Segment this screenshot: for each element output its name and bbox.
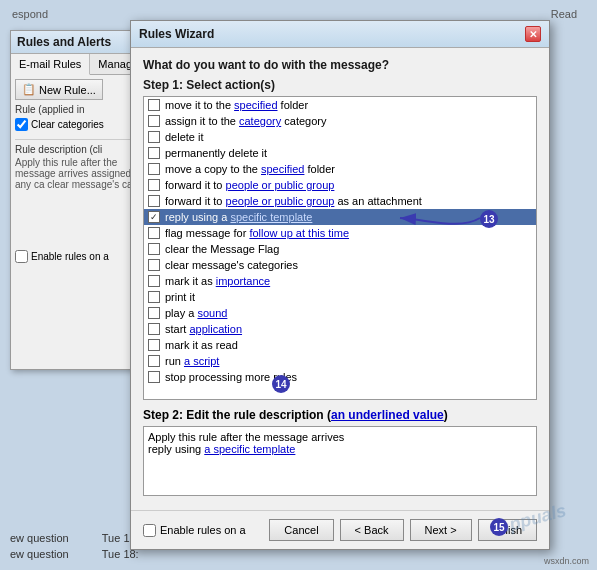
next-button[interactable]: Next > (410, 519, 472, 541)
action-item-13[interactable]: print it (144, 289, 536, 305)
action-checkbox-8[interactable]: ✓ (148, 211, 160, 223)
action-item-10[interactable]: clear the Message Flag (144, 241, 536, 257)
desc-template-link[interactable]: a specific template (204, 443, 295, 455)
annotation-13: 13 (480, 210, 498, 228)
respond-label: espond (12, 8, 48, 20)
step2-label: Step 2: Edit the rule description (an un… (143, 408, 537, 422)
wizard-footer: Enable rules on a Cancel < Back Next > F… (131, 510, 549, 549)
action-checkbox-15[interactable] (148, 323, 160, 335)
action-item-2[interactable]: assign it to the category category (144, 113, 536, 129)
action-item-12[interactable]: mark it as importance (144, 273, 536, 289)
action-item-4[interactable]: permanently delete it (144, 145, 536, 161)
action-item-9[interactable]: flag message for follow up at this time (144, 225, 536, 241)
action-checkbox-7[interactable] (148, 195, 160, 207)
action-checkbox-9[interactable] (148, 227, 160, 239)
footer-left: Enable rules on a (143, 524, 246, 537)
action-checkbox-10[interactable] (148, 243, 160, 255)
wizard-titlebar: Rules Wizard ✕ (131, 21, 549, 48)
action-checkbox-13[interactable] (148, 291, 160, 303)
actions-listbox[interactable]: move it to the specified folderassign it… (143, 96, 537, 400)
action-checkbox-6[interactable] (148, 179, 160, 191)
action-item-8[interactable]: ✓reply using a specific template (144, 209, 536, 225)
action-checkbox-16[interactable] (148, 339, 160, 351)
annotation-14: 14 (272, 375, 290, 393)
wsxdn-label: wsxdn.com (544, 556, 589, 566)
step2-section: Step 2: Edit the rule description (an un… (143, 408, 537, 500)
step2-desc-box: Apply this rule after the message arrive… (143, 426, 537, 496)
action-checkbox-1[interactable] (148, 99, 160, 111)
desc-line2: reply using a specific template (148, 443, 532, 455)
wizard-content: What do you want to do with the message?… (131, 48, 549, 510)
action-item-14[interactable]: play a sound (144, 305, 536, 321)
action-checkbox-3[interactable] (148, 131, 160, 143)
action-item-11[interactable]: clear message's categories (144, 257, 536, 273)
read-label: Read (551, 8, 577, 20)
bg-row2: ew question Tue 18: (10, 548, 139, 560)
action-item-5[interactable]: move a copy to the specified folder (144, 161, 536, 177)
step1-label: Step 1: Select action(s) (143, 78, 537, 92)
action-checkbox-5[interactable] (148, 163, 160, 175)
wizard-close-button[interactable]: ✕ (525, 26, 541, 42)
wizard-title: Rules Wizard (139, 27, 214, 41)
cancel-button[interactable]: Cancel (269, 519, 333, 541)
action-checkbox-12[interactable] (148, 275, 160, 287)
rules-wizard-dialog: Rules Wizard ✕ What do you want to do wi… (130, 20, 550, 550)
desc-line1: Apply this rule after the message arrive… (148, 431, 532, 443)
enable-rules-checkbox[interactable] (15, 250, 28, 263)
action-checkbox-4[interactable] (148, 147, 160, 159)
action-item-7[interactable]: forward it to people or public group as … (144, 193, 536, 209)
action-checkbox-17[interactable] (148, 355, 160, 367)
back-button[interactable]: < Back (340, 519, 404, 541)
bottom-rows: ew question Tue 18: ew question Tue 18: (10, 532, 139, 560)
enable-rules-footer-checkbox[interactable] (143, 524, 156, 537)
action-checkbox-14[interactable] (148, 307, 160, 319)
step2-link[interactable]: an underlined value (331, 408, 444, 422)
action-checkbox-18[interactable] (148, 371, 160, 383)
action-checkbox-2[interactable] (148, 115, 160, 127)
annotation-15: 15 (490, 518, 508, 536)
action-item-1[interactable]: move it to the specified folder (144, 97, 536, 113)
action-item-6[interactable]: forward it to people or public group (144, 177, 536, 193)
action-item-15[interactable]: start application (144, 321, 536, 337)
action-checkbox-11[interactable] (148, 259, 160, 271)
tab-email-rules[interactable]: E-mail Rules (11, 54, 90, 75)
action-item-16[interactable]: mark it as read (144, 337, 536, 353)
bg-row1: ew question Tue 18: (10, 532, 139, 544)
action-item-3[interactable]: delete it (144, 129, 536, 145)
rule-checkbox[interactable] (15, 118, 28, 131)
action-item-17[interactable]: run a script (144, 353, 536, 369)
wizard-question: What do you want to do with the message? (143, 58, 537, 72)
new-rule-button[interactable]: 📋 New Rule... (15, 79, 103, 100)
action-item-18[interactable]: stop processing more rules (144, 369, 536, 385)
new-rule-icon: 📋 (22, 83, 36, 96)
